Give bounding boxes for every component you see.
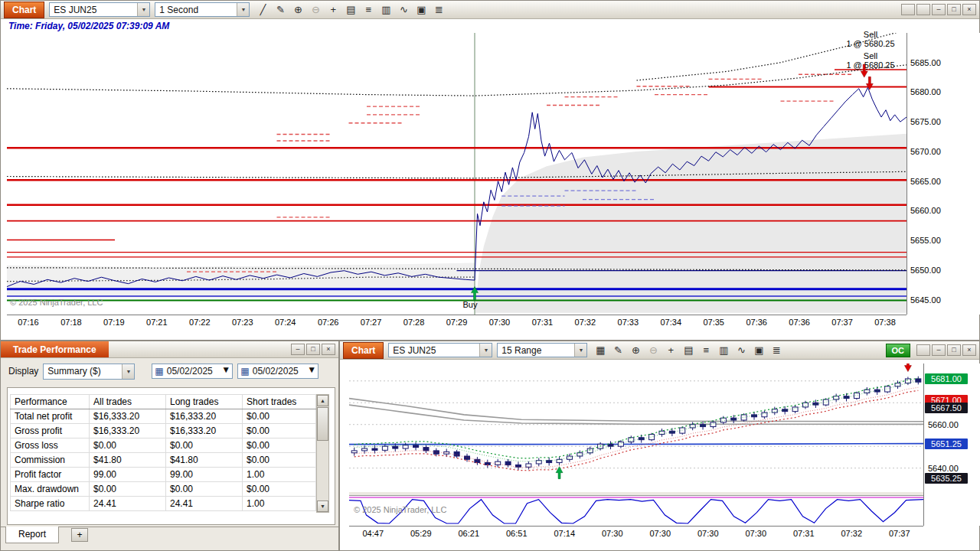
bottom-chart-titlebar[interactable]: Chart ES JUN25 ▼ 15 Range ▼ ▦✎⊕⊖+▤≡▥∿▣≣ … bbox=[340, 341, 979, 360]
time-axis-label: 07:30 bbox=[643, 529, 677, 538]
chart-style-icon[interactable]: ▦ bbox=[592, 344, 609, 357]
maximize-button[interactable]: □ bbox=[947, 4, 961, 15]
zoom-in-icon[interactable]: ⊕ bbox=[289, 3, 306, 17]
window-button-blank[interactable] bbox=[916, 344, 930, 356]
price-axis[interactable]: 5685.005680.005675.005670.005665.005660.… bbox=[906, 33, 980, 315]
minimize-button[interactable]: – bbox=[291, 344, 305, 355]
table-cell: $16,333.20 bbox=[166, 424, 243, 439]
date-to-picker[interactable]: ▦ 05/02/2025 ▼ bbox=[237, 364, 318, 379]
time-axis-label: 07:31 bbox=[787, 529, 821, 538]
table-cell: $41.80 bbox=[90, 453, 166, 468]
top-chart-plot[interactable] bbox=[7, 33, 906, 315]
trade-performance-titlebar[interactable]: Trade Performance – □ × bbox=[1, 341, 338, 358]
price-axis-label: 5660.00 bbox=[910, 206, 941, 215]
table-row: Max. drawdown$0.00$0.00$0.00 bbox=[11, 482, 316, 497]
chevron-down-icon[interactable]: ▼ bbox=[479, 344, 492, 357]
tab-report[interactable]: Report bbox=[5, 527, 59, 543]
chart-toolbar: ▦✎⊕⊖+▤≡▥∿▣≣ bbox=[592, 344, 785, 357]
table-cell: $41.80 bbox=[166, 453, 243, 468]
interval-value: 15 Range bbox=[501, 345, 541, 356]
table-cell: $0.00 bbox=[243, 482, 316, 497]
time-axis-label: 07:26 bbox=[312, 318, 345, 327]
minimize-button[interactable]: – bbox=[932, 4, 946, 15]
price-axis[interactable]: 5680.005660.005640.005681.005671.005667.… bbox=[923, 364, 980, 526]
chevron-down-icon[interactable]: ▼ bbox=[122, 364, 134, 379]
table-row: Gross profit$16,333.20$16,333.20$0.00 bbox=[11, 424, 316, 439]
time-axis-label: 07:21 bbox=[140, 318, 174, 327]
trendline-icon[interactable]: ╱ bbox=[254, 3, 271, 17]
chevron-down-icon[interactable]: ▼ bbox=[237, 3, 249, 16]
copy-chart-icon[interactable]: ▤ bbox=[680, 344, 697, 357]
maximize-button[interactable]: □ bbox=[306, 344, 320, 355]
zoom-in-icon[interactable]: ⊕ bbox=[627, 344, 644, 357]
close-button[interactable]: × bbox=[962, 4, 976, 15]
performance-toolbar: Display Summary ($) ▼ ▦ 05/02/2025 ▼ ▦ 0… bbox=[8, 361, 334, 381]
chevron-down-icon[interactable]: ▼ bbox=[221, 364, 232, 378]
price-marker-badge: 5667.50 bbox=[925, 403, 968, 413]
close-button[interactable]: × bbox=[962, 344, 976, 356]
bottom-chart-plot[interactable] bbox=[349, 364, 923, 492]
pencil-icon[interactable]: ✎ bbox=[609, 344, 626, 357]
chevron-down-icon[interactable]: ▼ bbox=[307, 364, 318, 378]
chevron-down-icon[interactable]: ▼ bbox=[137, 3, 149, 16]
table-row: Sharpe ratio24.4124.411.00 bbox=[11, 497, 316, 511]
price-axis-label: 5660.00 bbox=[928, 420, 959, 429]
data-box-icon[interactable]: ▣ bbox=[413, 3, 430, 17]
zigzag-icon[interactable]: ∿ bbox=[733, 344, 750, 357]
scrollbar-thumb[interactable] bbox=[317, 407, 328, 441]
table-cell: $0.00 bbox=[243, 424, 316, 439]
window-controls: – □ × bbox=[901, 4, 976, 15]
add-tab-button[interactable]: + bbox=[71, 528, 88, 542]
indicator-panel-icon[interactable]: ▥ bbox=[377, 3, 394, 17]
time-axis-label: 06:51 bbox=[500, 529, 534, 538]
order-entry-icon[interactable]: ≡ bbox=[360, 3, 377, 17]
zigzag-icon[interactable]: ∿ bbox=[395, 3, 412, 17]
copy-chart-icon[interactable]: ▤ bbox=[342, 3, 359, 17]
crosshair-icon[interactable]: + bbox=[325, 3, 341, 17]
table-scrollbar[interactable]: ▲ ▼ bbox=[316, 394, 329, 513]
price-axis-label: 5680.00 bbox=[910, 87, 941, 96]
table-cell: Sharpe ratio bbox=[11, 497, 90, 511]
zoom-out-icon[interactable]: ⊖ bbox=[307, 3, 324, 17]
chart-list-icon[interactable]: ≣ bbox=[430, 3, 447, 17]
time-axis[interactable]: 04:4705:2906:2106:5107:1407:3007:3007:30… bbox=[349, 526, 923, 542]
indicator-panel-icon[interactable]: ▥ bbox=[715, 344, 732, 357]
interval-value: 1 Second bbox=[159, 5, 198, 15]
instrument-select[interactable]: ES JUN25 ▼ bbox=[49, 2, 150, 17]
sell-annotation-detail: 1 @ 5680.25 bbox=[822, 39, 920, 48]
table-cell: $0.00 bbox=[243, 439, 316, 453]
minimize-button[interactable]: – bbox=[932, 344, 946, 356]
window-controls: – □ × bbox=[291, 344, 338, 355]
performance-table: PerformanceAll tradesLong tradesShort tr… bbox=[10, 394, 316, 511]
crosshair-icon[interactable]: + bbox=[662, 344, 679, 357]
column-header: All trades bbox=[90, 395, 166, 409]
time-axis[interactable]: 07:1607:1807:1907:2107:2207:2307:2407:26… bbox=[7, 315, 906, 332]
instrument-select[interactable]: ES JUN25 ▼ bbox=[388, 343, 492, 357]
order-entry-icon[interactable]: ≡ bbox=[697, 344, 714, 357]
maximize-button[interactable]: □ bbox=[947, 344, 961, 356]
pencil-icon[interactable]: ✎ bbox=[272, 3, 289, 17]
window-button-blank[interactable] bbox=[901, 4, 915, 15]
time-axis-label: 07:24 bbox=[269, 318, 302, 327]
price-axis-label: 5645.00 bbox=[910, 295, 941, 305]
oc-button[interactable]: OC bbox=[886, 344, 911, 357]
table-row: Total net profit$16,333.20$16,333.20$0.0… bbox=[11, 409, 316, 424]
scroll-down-icon[interactable]: ▼ bbox=[317, 500, 328, 512]
chevron-down-icon[interactable]: ▼ bbox=[574, 344, 586, 357]
close-button[interactable]: × bbox=[322, 344, 335, 355]
interval-select[interactable]: 1 Second ▼ bbox=[155, 2, 250, 17]
date-from-value: 05/02/2025 bbox=[167, 366, 213, 377]
zoom-out-icon[interactable]: ⊖ bbox=[645, 344, 662, 357]
top-chart-titlebar[interactable]: Chart ES JUN25 ▼ 1 Second ▼ ╱✎⊕⊖+▤≡▥∿▣≣ … bbox=[1, 1, 979, 19]
scroll-up-icon[interactable]: ▲ bbox=[317, 395, 328, 406]
display-select[interactable]: Summary ($) ▼ bbox=[43, 364, 135, 380]
date-from-picker[interactable]: ▦ 05/02/2025 ▼ bbox=[152, 364, 233, 379]
data-box-icon[interactable]: ▣ bbox=[750, 344, 767, 357]
window-button-blank[interactable] bbox=[916, 4, 930, 15]
trade-performance-window: Trade Performance – □ × Display Summary … bbox=[0, 341, 339, 551]
table-cell: $16,333.20 bbox=[166, 409, 243, 424]
table-row: Commission$41.80$41.80$0.00 bbox=[11, 453, 316, 468]
oscillator-panel[interactable] bbox=[349, 495, 923, 527]
interval-select[interactable]: 15 Range ▼ bbox=[497, 343, 587, 357]
chart-list-icon[interactable]: ≣ bbox=[768, 344, 785, 357]
